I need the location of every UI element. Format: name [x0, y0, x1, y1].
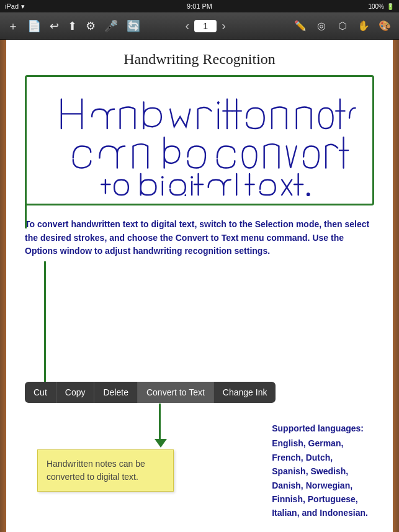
vertical-line-1 [44, 261, 46, 385]
toolbar-right: ✏️ ◎ ⬡ ✋ 🎨 [269, 17, 395, 35]
handwriting-svg [37, 84, 362, 196]
hand-tool-button[interactable]: ✋ [354, 17, 373, 35]
settings-button[interactable]: ⚙ [83, 18, 98, 34]
toolbar-center: ‹ 1 › [143, 19, 269, 33]
change-ink-button[interactable]: Change Ink [214, 382, 276, 403]
page-title: Handwriting Recognition [6, 40, 393, 75]
status-right: 100% 🔋 [368, 3, 394, 10]
svg-point-0 [217, 101, 220, 104]
prev-page-button[interactable]: ‹ [186, 19, 190, 33]
status-left: iPad ▾ [5, 2, 25, 11]
next-page-button[interactable]: › [222, 19, 226, 33]
description-text: To convert handwritten text to digital t… [25, 218, 374, 258]
tool-icons: ✏️ ◎ ⬡ ✋ 🎨 [291, 17, 394, 35]
toolbar: ＋ 📄 ↩ ⬆ ⚙ 🎤 🔄 ‹ 1 › ✏️ ◎ ⬡ ✋ 🎨 [0, 12, 399, 40]
pen-tool-button[interactable]: ✏️ [291, 17, 310, 35]
status-time: 9:01 PM [187, 2, 212, 10]
page-number[interactable]: 1 [194, 20, 217, 32]
share-button[interactable]: ⬆ [65, 18, 79, 34]
color-tool-button[interactable]: 🎨 [375, 17, 394, 35]
status-bar: iPad ▾ 9:01 PM 100% 🔋 [0, 0, 399, 12]
sync-button[interactable]: 🔄 [124, 18, 143, 34]
carrier-label: iPad [5, 2, 19, 10]
undo-button[interactable]: ↩ [47, 18, 61, 34]
vertical-line-2 [159, 404, 161, 441]
select-tool-button[interactable]: ⬡ [333, 17, 352, 35]
svg-point-1 [161, 176, 164, 179]
add-button[interactable]: ＋ [5, 17, 21, 35]
cut-button[interactable]: Cut [25, 382, 56, 403]
content-area: Handwriting Recognition [0, 40, 399, 532]
arrow-2 [155, 439, 167, 448]
wifi-icon: ▾ [21, 2, 25, 11]
toolbar-left: ＋ 📄 ↩ ⬆ ⚙ 🎤 🔄 [5, 17, 143, 35]
languages-list: English, German,French, Dutch,Spanish, S… [272, 436, 368, 520]
copy-button[interactable]: Copy [56, 382, 95, 403]
handwriting-box [25, 75, 374, 205]
battery-icon: 🔋 [387, 3, 394, 10]
page: Handwriting Recognition [6, 40, 393, 532]
wood-left [0, 40, 6, 532]
yellow-note: Handwritten notes can be converted to di… [37, 449, 174, 492]
wood-right [393, 40, 399, 532]
document-icon[interactable]: 📄 [25, 18, 43, 34]
svg-point-3 [307, 192, 310, 196]
mic-button[interactable]: 🎤 [102, 18, 120, 34]
svg-point-2 [191, 176, 193, 179]
languages-section: Supported languages: English, German,Fre… [272, 422, 368, 520]
battery-percent: 100% [368, 3, 384, 10]
context-menu: Cut Copy Delete Convert to Text Change I… [25, 382, 276, 403]
languages-header: Supported languages: [272, 422, 368, 435]
lasso-tool-button[interactable]: ◎ [312, 17, 331, 35]
delete-button[interactable]: Delete [94, 382, 137, 403]
convert-to-text-button[interactable]: Convert to Text [138, 382, 214, 403]
